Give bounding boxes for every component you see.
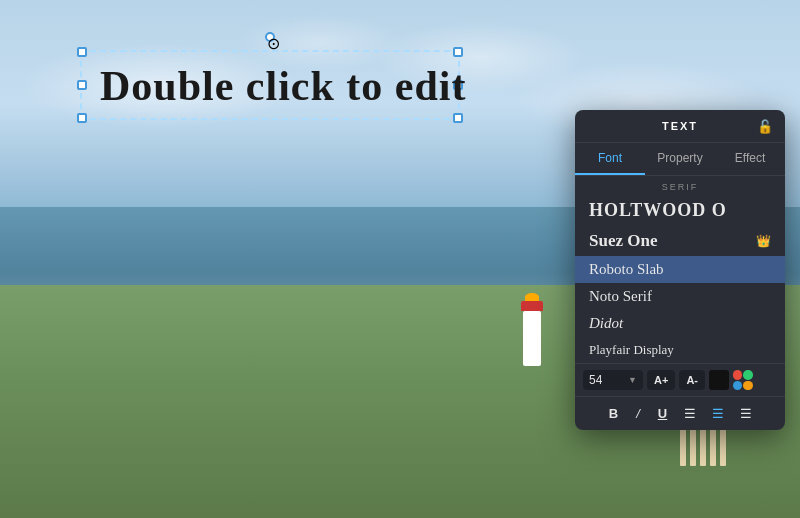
handle-bottom-right[interactable] xyxy=(453,113,463,123)
handle-top-right[interactable] xyxy=(453,47,463,57)
font-name-noto: Noto Serif xyxy=(589,288,652,305)
handle-middle-left[interactable] xyxy=(77,80,87,90)
chevron-down-icon: ▼ xyxy=(628,375,637,385)
font-list: SERIF HOLTWOOD O Suez One 👑 Roboto Slab … xyxy=(575,176,785,363)
panel-toolbar-2: B / U ☰ ☰ ☰ xyxy=(575,396,785,430)
italic-button[interactable]: / xyxy=(630,403,646,424)
font-size-increase-button[interactable]: A+ xyxy=(647,370,675,390)
font-item-holtwood[interactable]: HOLTWOOD O xyxy=(575,195,785,226)
handle-bottom-left[interactable] xyxy=(77,113,87,123)
font-item-suez[interactable]: Suez One 👑 xyxy=(575,226,785,256)
font-item-didot[interactable]: Didot xyxy=(575,310,785,337)
align-right-button[interactable]: ☰ xyxy=(735,403,757,424)
font-item-roboto[interactable]: Roboto Slab xyxy=(575,256,785,283)
align-center-button[interactable]: ☰ xyxy=(707,403,729,424)
font-size-decrease-button[interactable]: A- xyxy=(679,370,705,390)
font-name-playfair: Playfair Display xyxy=(589,342,674,358)
tab-font[interactable]: Font xyxy=(575,143,645,175)
lock-icon[interactable]: 🔓 xyxy=(757,119,773,134)
canvas-text[interactable]: Double click to edit xyxy=(100,62,466,110)
rotate-handle[interactable]: ⊙ xyxy=(265,32,275,42)
font-item-noto[interactable]: Noto Serif xyxy=(575,283,785,310)
bold-button[interactable]: B xyxy=(603,403,624,424)
font-section-label: SERIF xyxy=(575,176,785,195)
panel-title: TEXT xyxy=(662,120,698,132)
color-picker-button[interactable] xyxy=(709,370,729,390)
font-name-roboto: Roboto Slab xyxy=(589,261,664,278)
font-name-suez: Suez One xyxy=(589,231,657,251)
color-palette-button[interactable] xyxy=(733,370,753,390)
panel-header: TEXT 🔓 xyxy=(575,110,785,143)
crown-icon: 👑 xyxy=(756,234,771,248)
text-panel: TEXT 🔓 Font Property Effect SERIF HOLTWO… xyxy=(575,110,785,430)
handle-top-left[interactable] xyxy=(77,47,87,57)
font-name-holtwood: HOLTWOOD O xyxy=(589,200,727,221)
tab-property[interactable]: Property xyxy=(645,143,715,175)
font-size-control[interactable]: 54 ▼ xyxy=(583,370,643,390)
lighthouse xyxy=(520,293,544,363)
font-item-playfair[interactable]: Playfair Display xyxy=(575,337,785,363)
underline-button[interactable]: U xyxy=(652,403,673,424)
panel-tabs: Font Property Effect xyxy=(575,143,785,176)
panel-toolbar-1: 54 ▼ A+ A- xyxy=(575,363,785,396)
font-size-value: 54 xyxy=(589,373,626,387)
align-left-button[interactable]: ☰ xyxy=(679,403,701,424)
font-name-didot: Didot xyxy=(589,315,623,332)
tab-effect[interactable]: Effect xyxy=(715,143,785,175)
